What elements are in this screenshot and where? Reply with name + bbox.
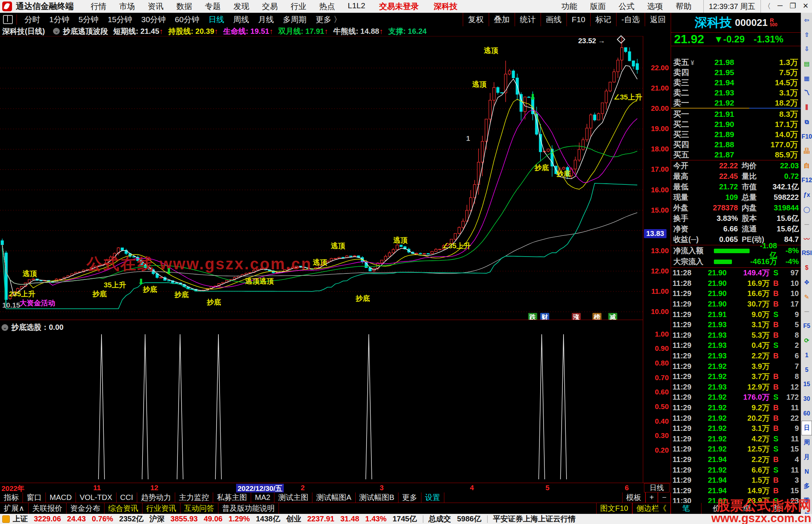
period-tab-60分钟[interactable]: 60分钟 [170, 14, 204, 25]
tick-row[interactable]: 11:2921.9030.7万B17 [671, 299, 801, 310]
period-tab-日线[interactable]: 日线 [204, 14, 229, 25]
strip-icon-F5[interactable]: F5 [801, 319, 812, 334]
buy-level-row[interactable]: 买一21.918.3万 [671, 109, 801, 119]
strip-icon-▦[interactable]: ▦ [801, 71, 812, 86]
menu-item-资讯[interactable]: 资讯 [141, 1, 170, 12]
chart-button--自选[interactable]: -自选 [616, 13, 645, 26]
tab-指标[interactable]: 指标 [0, 492, 23, 503]
tab-模板[interactable]: 模板 [622, 492, 645, 503]
strip-icon-◯[interactable]: ◯ [801, 202, 812, 217]
tab-+[interactable]: + [645, 492, 658, 503]
tick-row[interactable]: 11:2921.941.5万B3 [671, 475, 801, 486]
tick-row[interactable]: 11:2921.930.4万S2 [671, 340, 801, 351]
tab-侧边栏《[interactable]: 侧边栏《 [632, 503, 671, 514]
sell-level-row[interactable]: 卖一21.9218.2万 [671, 98, 801, 108]
tab-关联报价[interactable]: 关联报价 [29, 503, 67, 514]
buy-level-row[interactable]: 买五21.8785.9万 [671, 149, 801, 160]
tick-row[interactable]: 11:2921.9212.5万S15 [671, 444, 801, 455]
period-tab-15分钟[interactable]: 15分钟 [103, 14, 136, 25]
collapse-icon[interactable]: ⌄ [53, 28, 60, 35]
tick-row[interactable]: 11:2921.923.1万B9 [671, 423, 801, 434]
strip-icon-1[interactable]: 1 [801, 348, 812, 362]
menu-item-发现[interactable]: 发现 [227, 1, 256, 12]
menu-item-选项[interactable]: 选项 [641, 1, 670, 12]
strip-icon-▤[interactable]: ▤ [801, 56, 812, 71]
tab-综合资讯[interactable]: 综合资讯 [105, 503, 142, 514]
chart-button-标记[interactable]: 标记 [590, 13, 616, 26]
tick-row[interactable]: 11:2921.942.2万B4 [671, 455, 801, 465]
menu-item-行情[interactable]: 行情 [84, 1, 113, 12]
tab-测试幅图A[interactable]: 测试幅图A [312, 492, 355, 503]
tick-tab-笔[interactable]: 笔 [671, 503, 701, 514]
period-tab-分时[interactable]: 分时 [20, 14, 45, 25]
tab-图文F10[interactable]: 图文F10 [596, 503, 632, 514]
strip-icon-月[interactable]: 月 [801, 450, 812, 465]
indicator-name[interactable]: 抄底逃顶波段 [63, 26, 108, 36]
main-candlestick-chart[interactable]: 公式在线 www.gszx.com.cn 逃顶235上升大资金活动10.1535… [0, 36, 643, 320]
buy-level-row[interactable]: 买三21.8914.0万 [671, 129, 801, 139]
strip-icon-⫼[interactable]: ⫼ [801, 100, 812, 115]
chart-button-统计[interactable]: 统计 [515, 13, 541, 26]
buy-level-row[interactable]: 买二21.9017.1万 [671, 119, 801, 129]
tab-扩展∧[interactable]: 扩展∧ [0, 503, 29, 514]
period-tab-更多 〉[interactable]: 更多 〉 [311, 14, 346, 25]
tab-测试主图[interactable]: 测试主图 [274, 492, 312, 503]
chart-button-叠加[interactable]: 叠加 [489, 13, 515, 26]
tab-行业资讯[interactable]: 行业资讯 [142, 503, 180, 514]
status-link-深科技[interactable]: 深科技 [426, 1, 465, 12]
tab-更多[interactable]: 更多 [398, 492, 421, 503]
sell-level-row[interactable]: 卖五 ¥21.981.3万 [671, 57, 801, 67]
chart-button-返回[interactable]: 返回 [645, 13, 671, 26]
tab-−[interactable]: − [658, 492, 671, 503]
strip-icon-✎[interactable]: ✎ [801, 290, 812, 304]
tick-row[interactable]: 11:2921.929.2万B11 [671, 403, 801, 413]
tab-窗口[interactable]: 窗口 [23, 492, 46, 503]
tick-row[interactable]: 11:2821.9016.9万B10 [671, 278, 801, 289]
tick-row[interactable]: 11:2921.935.3万B8 [671, 330, 801, 341]
tick-row[interactable]: 11:2921.9414.9万B15 [671, 485, 801, 496]
strip-icon-—[interactable]: — [801, 217, 812, 231]
strip-icon-N[interactable]: N [801, 465, 812, 479]
close-button[interactable]: ✕ [799, 2, 812, 11]
tick-row[interactable]: 11:2921.923.7万B8 [671, 371, 801, 382]
strip-icon-⟳[interactable]: ⟳ [801, 334, 812, 348]
yen-icon[interactable]: ¥ [689, 60, 694, 66]
sub-indicator-panel[interactable]: ⌄ 抄底选股 ： 0.00 [0, 320, 643, 483]
tab-测试幅图B[interactable]: 测试幅图B [356, 492, 398, 503]
strip-icon-⇩[interactable]: ⇩ [801, 42, 812, 57]
strip-icon-⇧[interactable]: ⇧ [801, 27, 812, 42]
strip-icon-⧉[interactable]: ⧉ [801, 115, 812, 130]
menu-item-热点[interactable]: 热点 [313, 1, 341, 12]
strip-icon-F12[interactable]: F12 [801, 173, 812, 188]
tick-row[interactable]: 11:2921.923.9万7 [671, 361, 801, 371]
tick-row[interactable]: 11:2921.933.1万B5 [671, 320, 801, 330]
market-icon[interactable] [2, 515, 10, 523]
restore-button[interactable]: ❐ [786, 2, 799, 11]
period-tab-月线[interactable]: 月线 [253, 14, 278, 25]
strip-icon-ƒx[interactable]: ƒx [801, 188, 812, 202]
period-tab-多周期[interactable]: 多周期 [278, 14, 311, 25]
tick-trade-list[interactable]: 11:2821.90149.4万S9711:2821.9016.9万B1011:… [671, 267, 801, 506]
menu-item-交易[interactable]: 交易 [256, 1, 284, 12]
tick-row[interactable]: 11:2821.90149.4万S97 [671, 268, 801, 278]
strip-icon-✥[interactable]: ✥ [801, 275, 812, 290]
tick-row[interactable]: 11:2921.924.2万S11 [671, 434, 801, 444]
tab-VOL-TDX[interactable]: VOL-TDX [76, 492, 117, 503]
strip-icon-⇦[interactable]: ⇦ [801, 13, 812, 27]
period-tab-1分钟[interactable]: 1分钟 [45, 14, 74, 25]
tab-CCI[interactable]: CCI [117, 492, 137, 503]
period-tab-周线[interactable]: 周线 [229, 14, 253, 25]
strip-icon-〽[interactable]: 〽 [801, 86, 812, 100]
minimize-button[interactable]: ─ [774, 2, 786, 11]
tab-私募主图[interactable]: 私募主图 [213, 492, 251, 503]
tab-普及版功能说明[interactable]: 普及版功能说明 [218, 503, 279, 514]
tab-趋势动力[interactable]: 趋势动力 [137, 492, 175, 503]
nav-back-button[interactable]: 〈 [761, 2, 774, 11]
menu-item-数据[interactable]: 数据 [170, 1, 198, 12]
status-link-交易未登录[interactable]: 交易未登录 [372, 1, 426, 12]
strip-icon-周[interactable]: 周 [801, 435, 812, 450]
strip-icon-15[interactable]: 15 [801, 377, 812, 392]
tab-资金分布[interactable]: 资金分布 [67, 503, 105, 514]
tick-row[interactable]: 11:2921.932.2万B6 [671, 351, 801, 361]
menu-item-公式[interactable]: 公式 [612, 1, 641, 12]
